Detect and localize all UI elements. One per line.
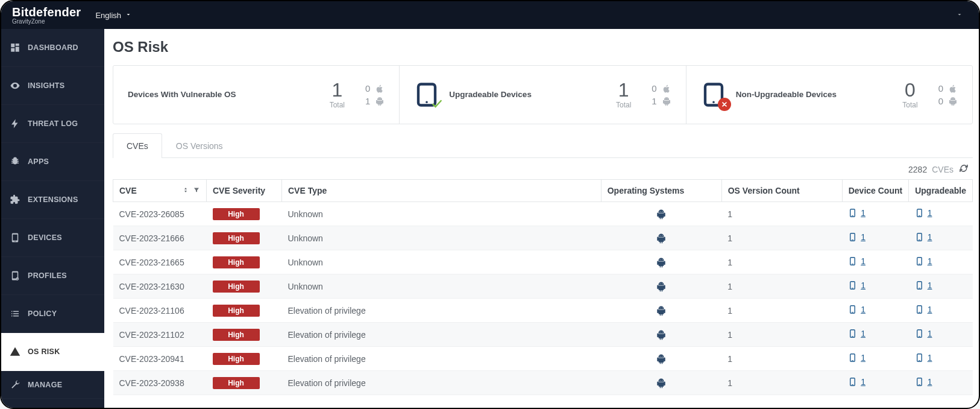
upgradeable-count: 1	[909, 371, 973, 395]
table-row[interactable]: CVE-2023-20938 High Elevation of privile…	[113, 371, 973, 395]
card-total-label: Total	[330, 101, 345, 109]
device-count-link[interactable]: 1	[915, 352, 932, 364]
android-icon	[948, 97, 958, 106]
column-cve-type[interactable]: CVE Type	[282, 180, 602, 202]
page-title: OS Risk	[113, 39, 973, 55]
main-content: OS Risk Devices With Vulnerable OS 1 Tot…	[104, 29, 979, 408]
device-count-link[interactable]: 1	[915, 376, 932, 388]
cve-unit: CVEs	[932, 165, 953, 174]
header: Bitdefender GravityZone English	[1, 1, 979, 29]
extensions-icon	[10, 194, 20, 205]
table-row[interactable]: CVE-2023-21665 High Unknown 1 1 1	[113, 250, 973, 274]
policy-icon	[10, 308, 20, 319]
table-row[interactable]: CVE-2023-21102 High Elevation of privile…	[113, 323, 973, 347]
sort-icon[interactable]	[182, 186, 189, 195]
cve-id: CVE-2023-21106	[113, 299, 207, 323]
sidebar-item-label: OS RISK	[28, 347, 60, 356]
sidebar-item-threat-log[interactable]: THREAT LOG	[1, 105, 104, 143]
card-label: Upgradeable Devices	[449, 89, 606, 100]
device-count-link[interactable]: 1	[915, 303, 932, 315]
column-device-count[interactable]: Device Count	[842, 180, 908, 202]
sidebar-item-devices[interactable]: DEVICES	[1, 219, 104, 257]
os-cell	[601, 250, 721, 274]
cve-type: Unknown	[282, 250, 602, 274]
sidebar-item-dashboard[interactable]: DASHBOARD	[1, 29, 104, 67]
sidebar-item-os-risk[interactable]: OS RISK	[1, 333, 104, 371]
device-count-link[interactable]: 1	[848, 231, 865, 243]
cve-table: CVE CVE SeverityCVE TypeOperating System…	[113, 179, 973, 395]
android-icon	[656, 281, 667, 292]
apple-icon	[948, 84, 958, 94]
tab-cves[interactable]: CVEs	[113, 133, 162, 158]
device-count-link[interactable]: 1	[848, 352, 865, 364]
sidebar-item-insights[interactable]: INSIGHTS	[1, 67, 104, 105]
table-row[interactable]: CVE-2023-21630 High Unknown 1 1 1	[113, 274, 973, 299]
cve-severity: High	[207, 371, 282, 395]
tablet-x-icon	[701, 82, 726, 107]
account-menu[interactable]	[951, 5, 968, 25]
device-count-link[interactable]: 1	[848, 303, 865, 315]
sidebar-item-label: THREAT LOG	[28, 119, 78, 128]
device-count-link[interactable]: 1	[915, 328, 932, 340]
language-label: English	[95, 11, 121, 20]
device-count: 1	[842, 299, 908, 323]
os-cell	[601, 371, 721, 395]
language-selector[interactable]: English	[95, 11, 132, 20]
table-row[interactable]: CVE-2023-20941 High Elevation of privile…	[113, 347, 973, 371]
os-version-count: 1	[721, 274, 842, 299]
android-icon	[656, 209, 667, 220]
os-version-count: 1	[721, 299, 842, 323]
cve-severity: High	[207, 347, 282, 371]
sidebar-item-policy[interactable]: POLICY	[1, 295, 104, 333]
device-count-link[interactable]: 1	[848, 328, 865, 340]
cve-type: Elevation of privilege	[282, 323, 602, 347]
android-count: 0	[938, 96, 958, 106]
sidebar-item-extensions[interactable]: EXTENSIONS	[1, 181, 104, 219]
device-count-link[interactable]: 1	[915, 255, 932, 267]
filter-icon[interactable]	[193, 186, 200, 195]
cve-type: Elevation of privilege	[282, 371, 602, 395]
os-version-count: 1	[721, 371, 842, 395]
cve-id: CVE-2023-20938	[113, 371, 207, 395]
table-row[interactable]: CVE-2023-21106 High Elevation of privile…	[113, 299, 973, 323]
summary-cards: Devices With Vulnerable OS 1 Total 0 1 U…	[113, 65, 973, 124]
column-operating-systems[interactable]: Operating Systems	[601, 180, 721, 202]
device-count-link[interactable]: 1	[848, 376, 865, 388]
cve-severity: High	[207, 274, 282, 299]
device-count-link[interactable]: 1	[915, 279, 932, 291]
android-icon	[656, 354, 667, 364]
card-total-value: 0	[905, 80, 916, 100]
sidebar-item-profiles[interactable]: PROFILES	[1, 257, 104, 295]
cve-severity: High	[207, 202, 282, 226]
card-total: 1 Total	[330, 80, 345, 109]
device-count-link[interactable]: 1	[915, 207, 932, 219]
refresh-button[interactable]	[958, 163, 969, 176]
table-row[interactable]: CVE-2023-21666 High Unknown 1 1 1	[113, 226, 973, 250]
insights-icon	[10, 80, 20, 91]
profiles-icon	[10, 270, 20, 281]
cve-severity: High	[207, 226, 282, 250]
sidebar-item-apps[interactable]: APPS	[1, 143, 104, 181]
device-count-link[interactable]: 1	[848, 207, 865, 219]
device-count: 1	[842, 371, 908, 395]
sidebar-item-manage[interactable]: MANAGE	[1, 371, 104, 399]
osrisk-icon	[10, 346, 20, 357]
table-row[interactable]: CVE-2023-26085 High Unknown 1 1 1	[113, 202, 973, 226]
card-total: 0 Total	[902, 80, 917, 109]
tab-os-versions[interactable]: OS Versions	[162, 133, 237, 158]
os-version-count: 1	[721, 347, 842, 371]
card-os-breakdown: 0 1	[652, 83, 671, 106]
cve-severity: High	[207, 250, 282, 274]
column-cve-severity[interactable]: CVE Severity	[207, 180, 282, 202]
column-cve[interactable]: CVE	[113, 180, 207, 202]
cve-id: CVE-2023-21666	[113, 226, 207, 250]
column-os-version-count[interactable]: OS Version Count	[721, 180, 842, 202]
apple-count: 0	[938, 83, 958, 94]
sidebar-item-label: MANAGE	[28, 381, 62, 389]
device-count-link[interactable]: 1	[848, 255, 865, 267]
device-count-link[interactable]: 1	[848, 279, 865, 291]
device-count-link[interactable]: 1	[915, 231, 932, 243]
column-upgradeable[interactable]: Upgradeable	[909, 180, 973, 202]
cve-id: CVE-2023-21630	[113, 274, 207, 299]
android-icon	[656, 257, 667, 268]
